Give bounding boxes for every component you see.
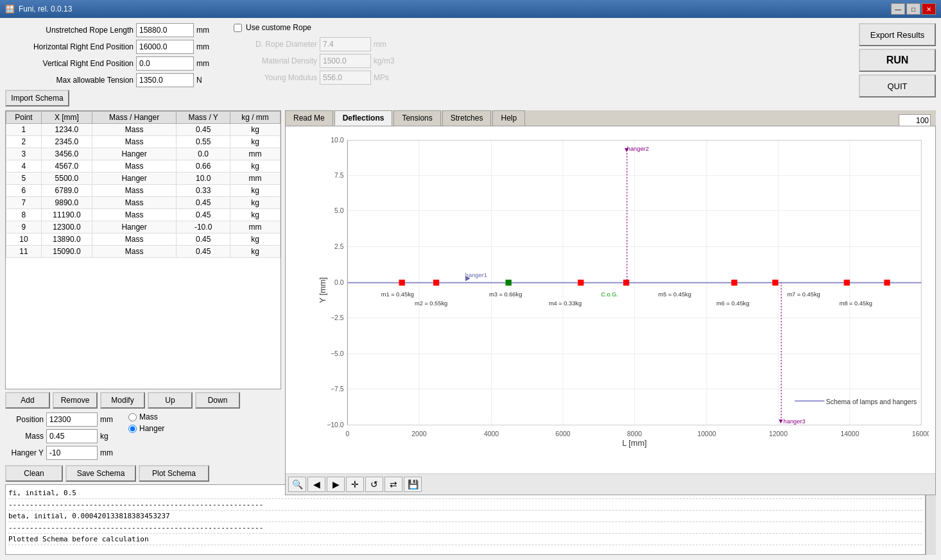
position-label: Position — [5, 415, 44, 424]
svg-text:m3 = 0.66kg: m3 = 0.66kg — [489, 291, 522, 298]
tension-row: Max allowable Tension N — [5, 73, 216, 87]
hanger-y-input[interactable] — [46, 446, 98, 460]
table-row[interactable]: 55500.0Hanger10.0mm — [6, 173, 281, 185]
svg-text:hanger3: hanger3 — [784, 418, 806, 425]
log-line: beta, initial, 0.000420133818383453237 — [8, 511, 922, 522]
vertical-label: Vertical Right End Position — [5, 59, 134, 68]
table-row[interactable]: 811190.0Mass0.45kg — [6, 209, 281, 221]
svg-text:m4 = 0.33kg: m4 = 0.33kg — [549, 300, 582, 307]
zoom-in-button[interactable]: 🔍 — [288, 477, 306, 492]
table-cell: kg — [230, 246, 280, 258]
svg-rect-47 — [844, 280, 850, 285]
pan-left-button[interactable]: ◀ — [307, 477, 325, 492]
remove-button[interactable]: Remove — [53, 392, 98, 409]
save-schema-button[interactable]: Save Schema — [65, 465, 136, 482]
position-input[interactable] — [46, 412, 98, 427]
svg-text:m7 = 0.45kg: m7 = 0.45kg — [787, 291, 820, 298]
table-row[interactable]: 66789.0Mass0.33kg — [6, 185, 281, 197]
density-input[interactable] — [320, 54, 371, 68]
reset-button[interactable]: ↺ — [365, 477, 383, 492]
table-row[interactable]: 33456.0Hanger0.0mm — [6, 148, 281, 160]
tension-input[interactable] — [136, 73, 194, 87]
svg-text:−7.5: −7.5 — [331, 386, 344, 393]
table-row[interactable]: 22345.0Mass0.55kg — [6, 136, 281, 148]
modulus-input[interactable] — [320, 71, 371, 85]
tab-stretches[interactable]: Stretches — [442, 110, 492, 126]
unstretched-input[interactable] — [136, 23, 194, 37]
vertical-input[interactable] — [136, 56, 194, 71]
svg-text:m2 = 0.55kg: m2 = 0.55kg — [415, 300, 447, 307]
table-row[interactable]: 44567.0Mass0.66kg — [6, 160, 281, 173]
table-cell: 4 — [6, 160, 42, 173]
use-custom-rope-checkbox[interactable] — [234, 24, 242, 32]
svg-text:−2.5: −2.5 — [331, 314, 344, 321]
tab-help[interactable]: Help — [492, 110, 525, 126]
import-schema-button[interactable]: Import Schema — [5, 90, 69, 106]
rope-inputs: D. Rope Diameter mm Material Density kg/… — [234, 37, 395, 85]
col-x: X [mm] — [41, 112, 92, 124]
tab-tensions[interactable]: Tensions — [393, 110, 440, 126]
table-cell: 15090.0 — [41, 246, 92, 258]
tab-readme[interactable]: Read Me — [285, 110, 333, 126]
svg-text:C.o.G.: C.o.G. — [601, 291, 618, 298]
clean-button[interactable]: Clean — [5, 465, 63, 482]
col-kg-mm: kg / mm — [230, 112, 280, 124]
table-row[interactable]: 11234.0Mass0.45kg — [6, 124, 281, 136]
table-row[interactable]: 79890.0Mass0.45kg — [6, 197, 281, 209]
add-button[interactable]: Add — [5, 392, 50, 409]
plot-schema-button[interactable]: Plot Schema — [139, 465, 209, 482]
tab-deflections[interactable]: Deflections — [334, 110, 393, 126]
log-line: Plotted Schema before calculation — [8, 534, 922, 545]
export-results-button[interactable]: Export Results — [859, 23, 936, 46]
svg-rect-44 — [623, 280, 629, 285]
fields-row: Position mm Mass kg Hanger Y mm — [5, 412, 281, 460]
svg-rect-41 — [433, 280, 439, 285]
mass-input[interactable] — [46, 429, 98, 443]
table-row[interactable]: 1013890.0Mass0.45kg — [6, 233, 281, 246]
diameter-row: D. Rope Diameter mm — [234, 37, 395, 51]
svg-text:m6 = 0.45kg: m6 = 0.45kg — [716, 300, 749, 307]
density-label: Material Density — [234, 56, 317, 65]
rope-panel: Use custome Rope D. Rope Diameter mm Mat… — [234, 23, 395, 106]
down-button[interactable]: Down — [195, 392, 240, 409]
mass-radio[interactable] — [128, 413, 137, 421]
quit-button[interactable]: QUIT — [859, 74, 936, 98]
bottom-action-buttons: Clean Save Schema Plot Schema — [5, 465, 281, 482]
horizontal-unit: mm — [196, 42, 216, 51]
table-cell: 0.66 — [177, 160, 230, 173]
svg-text:6000: 6000 — [555, 430, 570, 437]
horizontal-input[interactable] — [136, 40, 194, 54]
unstretched-unit: mm — [196, 26, 216, 35]
maximize-button[interactable]: □ — [906, 3, 920, 15]
table-cell: 7 — [6, 197, 42, 209]
mass-label: Mass — [5, 432, 44, 441]
table-cell: Mass — [92, 246, 176, 258]
table-cell: 11190.0 — [41, 209, 92, 221]
table-cell: 10.0 — [177, 173, 230, 185]
modify-button[interactable]: Modify — [100, 392, 145, 409]
hanger-radio[interactable] — [128, 425, 137, 433]
log-line: ----------------------------------------… — [8, 522, 922, 534]
close-button[interactable]: ✕ — [922, 3, 936, 15]
zoom-input[interactable] — [899, 114, 931, 127]
pan-right-button[interactable]: ▶ — [327, 477, 345, 492]
table-cell: 0.45 — [177, 209, 230, 221]
middle-panel: Point X [mm] Mass / Hanger Mass / Y kg /… — [5, 110, 936, 482]
configure-button[interactable]: ⇄ — [384, 477, 402, 492]
run-button[interactable]: RUN — [859, 49, 936, 72]
svg-text:hanger1: hanger1 — [465, 272, 487, 278]
move-button[interactable]: ✛ — [346, 477, 364, 492]
minimize-button[interactable]: — — [891, 3, 905, 15]
tension-label: Max allowable Tension — [5, 76, 134, 85]
hanger-radio-row: Hanger — [128, 424, 164, 433]
table-cell: kg — [230, 124, 280, 136]
title-bar-left: 🪟 Funi, rel. 0.0.13 — [5, 4, 72, 13]
save-button[interactable]: 💾 — [404, 477, 422, 492]
vertical-unit: mm — [196, 59, 216, 68]
up-button[interactable]: Up — [148, 392, 193, 409]
table-row[interactable]: 912300.0Hanger-10.0mm — [6, 221, 281, 233]
position-unit: mm — [100, 415, 113, 424]
table-row[interactable]: 1115090.0Mass0.45kg — [6, 246, 281, 258]
svg-text:−10.0: −10.0 — [327, 421, 344, 428]
diameter-input[interactable] — [320, 37, 371, 51]
